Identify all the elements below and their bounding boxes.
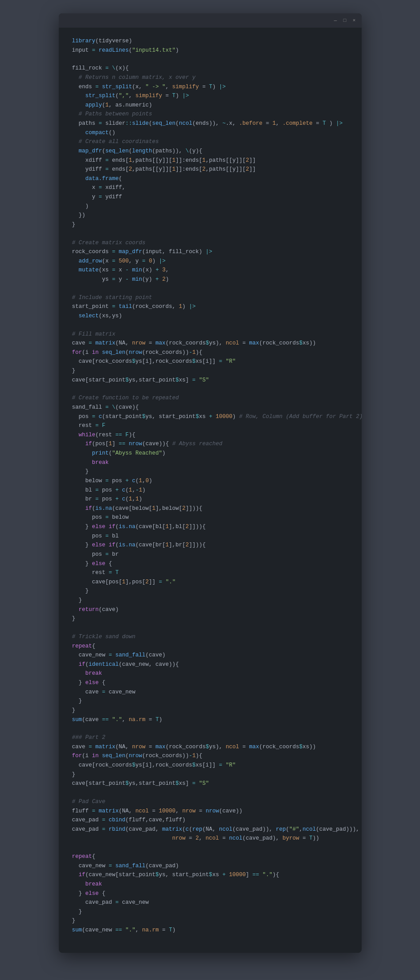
code-line: ys = y - min(y) + 2) [72, 275, 348, 284]
code-line: ) [72, 202, 348, 211]
minimize-button[interactable]: — [333, 18, 338, 24]
code-line: ends = str_split(x, " -> ", simplify = T… [72, 82, 348, 92]
code-line: break [72, 458, 348, 467]
code-line: } [72, 907, 348, 917]
code-line: data.frame( [72, 174, 348, 184]
code-line: ydiff = ends[2,paths[[y]][1]]:ends[2,pat… [72, 165, 348, 174]
code-line: # Returns n column matrix, x over y [72, 73, 348, 82]
code-line: if(cave_new[start_point$ys, start_point$… [72, 870, 348, 880]
code-line: map_dfr(seq_len(length(paths)), \(y){ [72, 147, 348, 156]
code-line: } [72, 614, 348, 623]
code-line [72, 55, 348, 64]
maximize-button[interactable]: □ [342, 18, 348, 24]
code-line: pos = below [72, 513, 348, 522]
code-line [72, 788, 348, 797]
code-line [72, 724, 348, 733]
code-line: # Trickle sand down [72, 632, 348, 642]
code-line [72, 385, 348, 394]
code-line: # Create all coordinates [72, 137, 348, 147]
code-line: cave[rock_coords$ys[i],rock_coords$xs[i]… [72, 357, 348, 366]
code-line: paths = slider::slide(seq_len(ncol(ends)… [72, 119, 348, 128]
code-line: } [72, 697, 348, 706]
code-line: xdiff = ends[1,paths[[y]][1]]:ends[1,pat… [72, 156, 348, 165]
code-line: pos = bl [72, 532, 348, 541]
code-line: } [72, 706, 348, 715]
code-line: # Create function to be repeated [72, 394, 348, 403]
code-line: break [72, 669, 348, 678]
code-line: cave = matrix(NA, nrow = max(rock_coords… [72, 742, 348, 752]
code-line [72, 321, 348, 330]
code-line: } [72, 220, 348, 230]
code-line: bl = pos + c(1,-1) [72, 486, 348, 495]
code-line: cave = matrix(NA, nrow = max(rock_coords… [72, 339, 348, 348]
code-line: str_split(",", simplify = T) |> [72, 91, 348, 101]
code-line: br = pos + c(1,1) [72, 495, 348, 504]
code-line: cave[pos[1],pos[2]] = "." [72, 578, 348, 587]
code-line: } else if(is.na(cave[bl[1],bl[2]])){ [72, 522, 348, 532]
code-line: } [72, 467, 348, 476]
code-line: # Paths between points [72, 110, 348, 119]
code-line: cave_pad = rbind(cave_pad, matrix(c(rep(… [72, 825, 348, 834]
code-line: print("Abyss Reached") [72, 449, 348, 458]
code-line [72, 843, 348, 852]
code-line: } [72, 770, 348, 779]
code-line: } else { [72, 889, 348, 898]
code-line: cave_new = sand_fall(cave) [72, 651, 348, 660]
code-line: } else if(is.na(cave[br[1],br[2]])){ [72, 541, 348, 550]
code-line: sum(cave == ".", na.rm = T) [72, 715, 348, 725]
code-line: repeat{ [72, 642, 348, 651]
code-line: rest = F [72, 421, 348, 431]
code-line: below = pos + c(1,0) [72, 476, 348, 486]
code-line: start_point = tail(rock_coords, 1) |> [72, 302, 348, 312]
code-line: # Pad Cave [72, 797, 348, 807]
code-line: compact() [72, 128, 348, 138]
code-line: while(rest == F){ [72, 431, 348, 440]
code-line: for(i in seq_len(nrow(rock_coords))-1){ [72, 348, 348, 357]
code-line: x = xdiff, [72, 183, 348, 193]
code-line: return(cave) [72, 605, 348, 615]
code-line: # Fill matrix [72, 330, 348, 339]
code-line: }) [72, 211, 348, 220]
code-line: # Include starting point [72, 293, 348, 303]
code-line: library(tidyverse) [72, 37, 348, 46]
code-line: ### Part 2 [72, 733, 348, 742]
code-line: select(xs,ys) [72, 312, 348, 321]
code-line: pos = c(start_point$ys, start_point$xs +… [72, 412, 348, 422]
code-line: } [72, 366, 348, 376]
code-line: cave_pad = cbind(fluff,cave,fluff) [72, 816, 348, 825]
code-line: } else { [72, 559, 348, 569]
code-line: cave_pad = cave_new [72, 898, 348, 907]
code-line: if(is.na(cave[below[1],below[2]])){ [72, 504, 348, 513]
code-line: fill_rock = \(x){ [72, 64, 348, 73]
code-line: cave[start_point$ys,start_point$xs] = "S… [72, 376, 348, 385]
code-line: if(identical(cave_new, cave)){ [72, 660, 348, 669]
code-line: sand_fall = \(cave){ [72, 403, 348, 412]
code-line: pos = br [72, 550, 348, 559]
code-line: } [72, 586, 348, 596]
code-line [72, 230, 348, 238]
code-line: fluff = matrix(NA, ncol = 10000, nrow = … [72, 807, 348, 816]
close-button[interactable]: × [351, 18, 357, 24]
code-editor[interactable]: library(tidyverse) input = readLines("in… [59, 28, 362, 953]
code-line: if(pos[1] == nrow(cave)){ # Abyss reache… [72, 439, 348, 449]
code-line: } [72, 916, 348, 926]
code-line: break [72, 880, 348, 889]
code-line [72, 284, 348, 293]
code-line: cave_new = sand_fall(cave_pad) [72, 861, 348, 871]
code-line: add_row(x = 500, y = 0) |> [72, 257, 348, 266]
titlebar: — □ × [59, 13, 362, 28]
code-line: repeat{ [72, 852, 348, 861]
code-line: # Create matrix coords [72, 238, 348, 248]
code-line: apply(1, as.numeric) [72, 101, 348, 110]
code-line: } [72, 596, 348, 605]
code-line: mutate(xs = x - min(x) + 3, [72, 266, 348, 275]
code-line: for(i in seq_len(nrow(rock_coords))-1){ [72, 751, 348, 761]
code-line: input = readLines("input14.txt") [72, 46, 348, 55]
code-line [72, 623, 348, 632]
code-line: rock_coords = map_dfr(input, fill_rock) … [72, 247, 348, 257]
code-line: rest = T [72, 568, 348, 578]
code-line: cave[rock_coords$ys[i],rock_coords$xs[i]… [72, 761, 348, 770]
code-line: sum(cave_new == ".", na.rm = T) [72, 926, 348, 935]
code-line: } else { [72, 678, 348, 688]
editor-window: — □ × library(tidyverse) input = readLin… [59, 13, 362, 953]
